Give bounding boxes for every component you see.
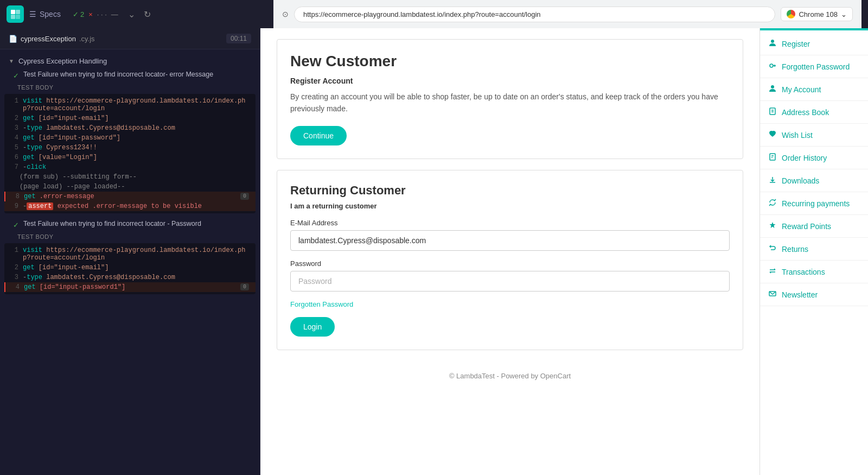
new-customer-title: New Customer <box>290 53 730 70</box>
login-button[interactable]: Login <box>290 317 335 337</box>
cypress-panel: 📄 cypressException.cy.js 00:11 ▼ Cypress… <box>0 28 260 475</box>
pass-icon: ✓ <box>13 72 19 80</box>
transactions-icon <box>769 267 776 276</box>
pending-indicator: · · · <box>97 10 107 18</box>
app-logo <box>7 5 24 23</box>
new-customer-desc: By creating an account you will be able … <box>290 91 730 115</box>
page-icon: ⊙ <box>282 10 289 18</box>
code-line: 1 visit https://ecommerce-playground.lam… <box>4 245 256 263</box>
order-icon <box>769 153 776 162</box>
sidebar-item-downloads[interactable]: Downloads <box>760 169 868 192</box>
chrome-badge: Chrome 108 ⌄ <box>781 7 853 21</box>
code-line-error: 8 get .error-message 0 <box>4 192 256 201</box>
sidebar-item-address-book[interactable]: Address Book <box>760 101 868 124</box>
chrome-icon <box>787 10 795 18</box>
password-label: Password <box>290 259 730 268</box>
key-icon <box>769 62 776 71</box>
pass-icon-2: ✓ <box>13 221 19 229</box>
test-suite-header[interactable]: ▼ Cypress Exception Handling <box>0 54 260 68</box>
code-line: 2 get [id="input-email"] <box>4 263 256 273</box>
code-line: 7 -click <box>4 162 256 172</box>
specs-label: ☰ Specs <box>29 10 61 18</box>
code-line: 3 -type lambdatest.Cypress@disposable.co… <box>4 273 256 282</box>
email-input[interactable] <box>290 230 730 251</box>
sidebar-item-reward-points[interactable]: Reward Points <box>760 215 868 238</box>
hamburger-icon: ☰ <box>29 10 36 18</box>
refresh-icon[interactable]: ↻ <box>142 7 153 22</box>
addressbook-icon <box>769 107 776 117</box>
sidebar-item-my-account[interactable]: My Account <box>760 78 868 101</box>
toolbar-icons: ⌄ ↻ <box>126 7 153 22</box>
email-label: E-Mail Address <box>290 219 730 227</box>
skip-indicator: — <box>111 10 118 18</box>
svg-point-4 <box>771 40 774 43</box>
browser-bar: ⊙ https://ecommerce-playground.lambdates… <box>273 0 861 28</box>
url-text: https://ecommerce-playground.lambdatest.… <box>303 10 541 18</box>
returning-subtitle: I am a returning customer <box>290 202 730 210</box>
heart-icon <box>769 130 776 140</box>
svg-rect-1 <box>16 10 20 14</box>
sidebar-item-register[interactable]: Register <box>760 33 868 55</box>
browser-panel: New Customer Register Account By creatin… <box>260 28 868 475</box>
returning-title: Returning Customer <box>290 183 730 198</box>
sidebar-item-order-history[interactable]: Order History <box>760 147 868 169</box>
chevron-down-icon[interactable]: ⌄ <box>126 7 137 22</box>
fail-indicator: × <box>88 10 93 18</box>
download-icon <box>769 176 776 185</box>
register-account-subtitle: Register Account <box>290 77 730 85</box>
return-icon <box>769 244 776 254</box>
account-sidebar: Register Forgotten Password My Account <box>760 28 868 475</box>
code-block-2: 1 visit https://ecommerce-playground.lam… <box>4 243 256 294</box>
svg-rect-10 <box>770 154 775 160</box>
forgot-password-link[interactable]: Forgotten Password <box>290 300 730 308</box>
svg-rect-0 <box>11 10 15 14</box>
code-line: 5 -type Cypress1234!! <box>4 143 256 153</box>
error-badge: 0 <box>240 193 249 200</box>
left-panel-header: ☰ Specs ✓ 2 × · · · — ⌄ ↻ <box>7 5 267 23</box>
sidebar-item-recurring-payments[interactable]: Recurring payments <box>760 192 868 215</box>
returning-customer-card: Returning Customer I am a returning cust… <box>277 170 743 350</box>
error-badge-2: 0 <box>240 283 249 290</box>
code-line: (page load) --page loaded-- <box>4 182 256 192</box>
main-layout: 📄 cypressException.cy.js 00:11 ▼ Cypress… <box>0 28 868 475</box>
svg-rect-3 <box>16 15 20 19</box>
page-footer: © LambdaTest - Powered by OpenCart <box>277 361 743 391</box>
collapse-icon: ▼ <box>9 58 14 64</box>
code-line: 1 visit https://ecommerce-playground.lam… <box>4 96 256 113</box>
page-main: New Customer Register Account By creatin… <box>260 28 760 475</box>
password-input[interactable] <box>290 271 730 292</box>
sidebar-item-transactions[interactable]: Transactions <box>760 261 868 283</box>
file-icon: 📄 <box>9 35 17 43</box>
recurring-icon <box>769 199 776 208</box>
test-body-label-2: TEST BODY <box>0 231 260 242</box>
sidebar-item-wish-list[interactable]: Wish List <box>760 124 868 147</box>
code-line: 3 -type lambdatest.Cypress@disposable.co… <box>4 123 256 133</box>
svg-point-5 <box>770 64 773 67</box>
password-group: Password <box>290 259 730 292</box>
star-icon <box>769 221 776 231</box>
page-content: New Customer Register Account By creatin… <box>260 28 868 475</box>
code-line: (form sub) --submitting form-- <box>4 172 256 182</box>
sidebar-item-returns[interactable]: Returns <box>760 238 868 261</box>
code-line: 2 get [id="input-email"] <box>4 113 256 123</box>
email-group: E-Mail Address <box>290 219 730 251</box>
chevron-down-icon[interactable]: ⌄ <box>841 10 847 18</box>
url-bar[interactable]: https://ecommerce-playground.lambdatest.… <box>294 7 775 22</box>
test-item-1: ✓ Test Failure when trying to find incor… <box>0 68 260 82</box>
sidebar-item-forgotten-password[interactable]: Forgotten Password <box>760 55 868 78</box>
code-line: 4 get [id="input-password"] <box>4 133 256 143</box>
pass-count: ✓ 2 <box>73 10 84 18</box>
file-name: 📄 cypressException.cy.js <box>9 35 95 43</box>
sidebar-item-newsletter[interactable]: Newsletter <box>760 283 868 306</box>
svg-point-6 <box>771 85 774 88</box>
account-icon <box>769 85 776 94</box>
svg-rect-2 <box>11 15 15 19</box>
continue-button[interactable]: Continue <box>290 126 347 145</box>
file-header: 📄 cypressException.cy.js 00:11 <box>0 28 260 49</box>
test-item-2: ✓ Test Failure when trying to find incor… <box>0 218 260 231</box>
time-badge: 00:11 <box>226 34 251 43</box>
test-group-1: ▼ Cypress Exception Handling ✓ Test Fail… <box>0 49 260 300</box>
code-line: 6 get [value="Login"] <box>4 153 256 162</box>
envelope-icon <box>769 290 776 299</box>
code-line-error-2: 4 get [id="input-password1"] 0 <box>4 282 256 292</box>
